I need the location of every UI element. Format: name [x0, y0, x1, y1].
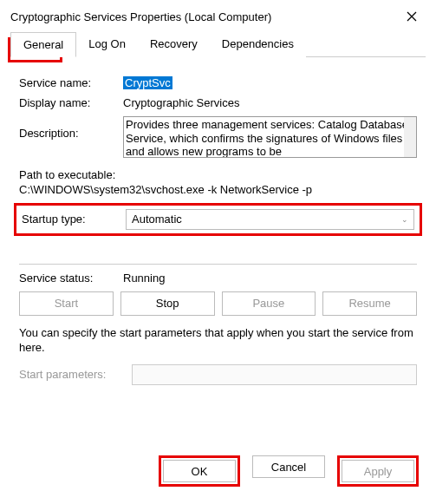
service-name-value[interactable]: CryptSvc — [123, 76, 172, 89]
apply-button: Apply — [342, 460, 414, 482]
description-textarea[interactable]: Provides three management services: Cata… — [123, 116, 417, 158]
tab-dependencies[interactable]: Dependencies — [210, 32, 306, 57]
startup-type-select[interactable]: Automatic ⌄ — [126, 209, 414, 230]
resume-button: Resume — [322, 291, 417, 316]
service-name-label: Service name: — [19, 76, 123, 89]
highlight-ok-button: OK — [159, 455, 240, 487]
description-scrollbar[interactable] — [404, 117, 416, 157]
start-parameters-input — [132, 364, 417, 385]
window-title: Cryptographic Services Properties (Local… — [10, 10, 271, 23]
chevron-down-icon: ⌄ — [401, 215, 408, 224]
path-value: C:\WINDOWS\system32\svchost.exe -k Netwo… — [19, 183, 417, 198]
path-label: Path to executable: — [19, 168, 417, 183]
description-label: Description: — [19, 116, 123, 140]
tab-general[interactable]: General — [10, 32, 76, 57]
start-parameters-label: Start parameters: — [19, 368, 132, 381]
start-parameters-hint: You can specify the start parameters tha… — [19, 326, 417, 356]
display-name-label: Display name: — [19, 96, 123, 109]
tab-bar: General Log On Recovery Dependencies — [10, 31, 426, 57]
service-status-label: Service status: — [19, 272, 123, 285]
startup-type-value: Automatic — [132, 213, 182, 226]
tab-recovery[interactable]: Recovery — [138, 32, 210, 57]
startup-type-label: Startup type: — [22, 213, 126, 226]
highlight-startup-row: Startup type: Automatic ⌄ — [14, 203, 422, 236]
close-button[interactable] — [398, 6, 426, 27]
pause-button: Pause — [222, 291, 316, 316]
start-button: Start — [19, 291, 114, 316]
stop-button[interactable]: Stop — [120, 291, 215, 316]
display-name-value: Cryptographic Services — [123, 96, 417, 109]
service-status-value: Running — [123, 272, 417, 285]
description-text: Provides three management services: Cata… — [126, 118, 408, 158]
ok-button[interactable]: OK — [163, 460, 236, 482]
tab-logon[interactable]: Log On — [76, 32, 138, 57]
highlight-apply-button: Apply — [337, 455, 419, 487]
cancel-button[interactable]: Cancel — [252, 455, 325, 478]
close-icon — [407, 11, 417, 22]
section-divider — [19, 264, 417, 265]
